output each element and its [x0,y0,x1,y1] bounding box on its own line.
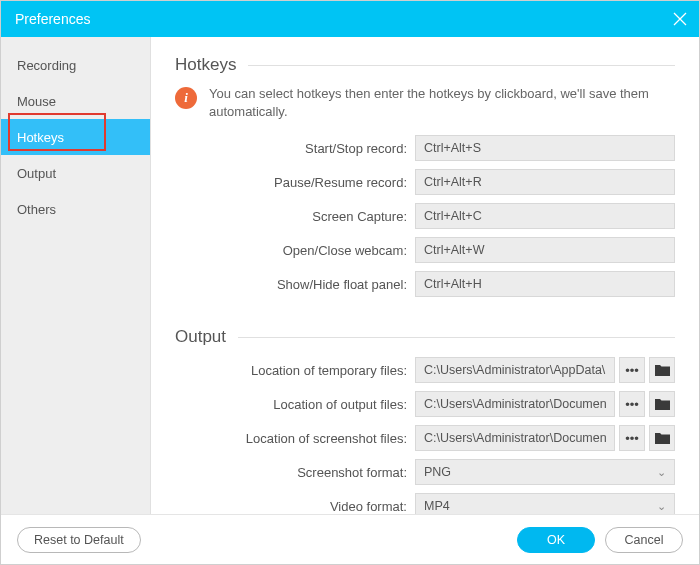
hotkey-label: Show/Hide float panel: [175,277,415,292]
open-folder-button[interactable] [649,357,675,383]
info-icon: i [175,87,197,109]
output-select-row: Screenshot format: PNG ⌄ [175,459,675,485]
output-label: Location of screenshot files: [175,431,415,446]
button-label: Cancel [625,533,664,547]
section-title-output: Output [175,327,675,347]
hotkey-label: Screen Capture: [175,209,415,224]
hotkey-label: Start/Stop record: [175,141,415,156]
content-scroll[interactable]: Hotkeys i You can select hotkeys then en… [151,37,699,514]
cancel-button[interactable]: Cancel [605,527,683,553]
output-label: Location of output files: [175,397,415,412]
browse-button[interactable]: ••• [619,391,645,417]
close-icon[interactable] [671,10,689,28]
sidebar-item-mouse[interactable]: Mouse [1,83,150,119]
sidebar-item-others[interactable]: Others [1,191,150,227]
sidebar-item-label: Output [17,166,56,181]
hotkey-label: Open/Close webcam: [175,243,415,258]
temp-path-input[interactable] [415,357,615,383]
screenshot-path-input[interactable] [415,425,615,451]
sidebar-item-label: Recording [17,58,76,73]
divider [238,337,675,338]
output-label: Screenshot format: [175,465,415,480]
hotkey-row: Show/Hide float panel: [175,271,675,297]
hotkey-row: Screen Capture: [175,203,675,229]
sidebar-item-label: Hotkeys [17,130,64,145]
more-icon: ••• [625,363,639,378]
button-label: OK [547,533,565,547]
chevron-down-icon: ⌄ [657,500,666,513]
chevron-down-icon: ⌄ [657,466,666,479]
preferences-window: Preferences Recording Mouse Hotkeys Outp… [0,0,700,565]
output-select-row: Video format: MP4 ⌄ [175,493,675,514]
sidebar-item-output[interactable]: Output [1,155,150,191]
sidebar-item-label: Mouse [17,94,56,109]
sidebar-item-recording[interactable]: Recording [1,47,150,83]
screenshot-format-select[interactable]: PNG ⌄ [415,459,675,485]
more-icon: ••• [625,397,639,412]
hotkey-row: Open/Close webcam: [175,237,675,263]
reset-to-default-button[interactable]: Reset to Default [17,527,141,553]
hotkey-row: Pause/Resume record: [175,169,675,195]
section-title-text: Hotkeys [175,55,236,75]
sidebar: Recording Mouse Hotkeys Output Others [1,37,151,514]
content-wrap: Hotkeys i You can select hotkeys then en… [151,37,699,514]
hotkey-input-start-stop[interactable] [415,135,675,161]
hotkey-input-webcam[interactable] [415,237,675,263]
output-path-row: Location of temporary files: ••• [175,357,675,383]
open-folder-button[interactable] [649,425,675,451]
hotkey-input-screen-capture[interactable] [415,203,675,229]
video-format-select[interactable]: MP4 ⌄ [415,493,675,514]
output-label: Location of temporary files: [175,363,415,378]
hotkey-row: Start/Stop record: [175,135,675,161]
footer: Reset to Default OK Cancel [1,514,699,564]
select-value: MP4 [424,499,450,513]
sidebar-item-hotkeys[interactable]: Hotkeys [1,119,150,155]
info-text: You can select hotkeys then enter the ho… [209,85,675,121]
dialog-body: Recording Mouse Hotkeys Output Others Ho… [1,37,699,514]
titlebar: Preferences [1,1,699,37]
hotkey-label: Pause/Resume record: [175,175,415,190]
select-value: PNG [424,465,451,479]
info-row: i You can select hotkeys then enter the … [175,85,675,121]
ok-button[interactable]: OK [517,527,595,553]
section-title-text: Output [175,327,226,347]
more-icon: ••• [625,431,639,446]
hotkey-input-pause-resume[interactable] [415,169,675,195]
open-folder-button[interactable] [649,391,675,417]
browse-button[interactable]: ••• [619,357,645,383]
button-label: Reset to Default [34,533,124,547]
sidebar-item-label: Others [17,202,56,217]
output-label: Video format: [175,499,415,514]
section-title-hotkeys: Hotkeys [175,55,675,75]
output-path-input[interactable] [415,391,615,417]
output-path-row: Location of output files: ••• [175,391,675,417]
window-title: Preferences [15,11,90,27]
output-path-row: Location of screenshot files: ••• [175,425,675,451]
browse-button[interactable]: ••• [619,425,645,451]
divider [248,65,675,66]
hotkey-input-float-panel[interactable] [415,271,675,297]
